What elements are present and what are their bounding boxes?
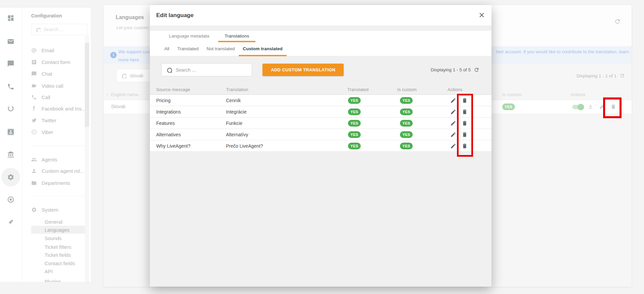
column-translation: Translation [226, 87, 347, 92]
subtab-translated[interactable]: Translated [173, 42, 202, 56]
modal-title: Edit language [156, 12, 193, 19]
source-message: Alternatives [156, 132, 226, 137]
translated-badge: YES [348, 143, 361, 149]
translation-text: Cenník [226, 98, 347, 103]
translated-badge: YES [348, 131, 361, 138]
annotation-box-background-delete [603, 97, 622, 118]
refresh-icon[interactable] [474, 67, 479, 73]
subtab-custom-translated[interactable]: Custom translated [239, 42, 287, 56]
modal-subtab-bar: All Translated Not translated Custom tra… [150, 42, 491, 56]
close-icon [479, 12, 484, 18]
modal-close-button[interactable] [477, 11, 486, 19]
edit-language-modal: Edit language Language metadata Translat… [150, 5, 491, 287]
modal-toolbar: ADD CUSTOM TRANSLATION Displaying 1 - 5 … [161, 63, 479, 76]
modal-body: ADD CUSTOM TRANSLATION Displaying 1 - 5 … [150, 56, 491, 287]
search-icon [166, 67, 172, 73]
table-row[interactable]: Alternatives Alternatívy YES YES [150, 129, 491, 140]
modal-header-divider [150, 25, 491, 31]
translated-badge: YES [348, 97, 361, 104]
tab-language-metadata[interactable]: Language metadata [163, 31, 216, 42]
table-row[interactable]: Integrations Integrácie YES YES [150, 106, 491, 118]
translation-text: Integrácie [226, 109, 347, 115]
modal-tab-bar: Language metadata Translations [150, 31, 491, 42]
column-is-custom: Is custom [397, 87, 448, 92]
translated-badge: YES [348, 120, 361, 127]
translations-table-header: Source message Translation Translated Is… [150, 85, 491, 95]
translation-search-box[interactable] [161, 63, 252, 76]
source-message: Pricing [156, 98, 226, 103]
modal-displaying: Displaying 1 - 5 of 5 [431, 67, 479, 73]
edit-translation-button pencil-icon[interactable] [450, 143, 456, 149]
translation-text: Prečo LiveAgent? [226, 143, 347, 149]
source-message: Features [156, 121, 226, 126]
annotation-box-modal-delete-column [457, 94, 473, 157]
source-message: Why LiveAgent? [156, 143, 226, 149]
is-custom-badge: YES [400, 97, 413, 104]
translation-search-input[interactable] [176, 67, 236, 73]
translation-text: Alternatívy [226, 132, 347, 137]
edit-translation-button pencil-icon[interactable] [450, 109, 456, 115]
is-custom-badge: YES [400, 143, 413, 149]
displaying-text: Displaying 1 - 5 of 5 [431, 67, 471, 72]
add-custom-translation-button[interactable]: ADD CUSTOM TRANSLATION [262, 64, 344, 76]
column-actions: Actions [448, 87, 491, 92]
modal-header: Edit language [150, 5, 491, 25]
table-row[interactable]: Pricing Cenník YES YES [150, 95, 491, 106]
edit-translation-button pencil-icon[interactable] [450, 120, 456, 126]
column-translated: Translated [347, 87, 397, 92]
table-row[interactable]: Why LiveAgent? Prečo LiveAgent? YES YES [150, 140, 491, 152]
is-custom-badge: YES [400, 131, 413, 138]
column-source-message: Source message [156, 87, 226, 92]
subtab-all[interactable]: All [160, 42, 173, 56]
table-row[interactable]: Features Funkcie YES YES [150, 118, 491, 129]
subtab-not-translated[interactable]: Not translated [202, 42, 239, 56]
edit-translation-button pencil-icon[interactable] [450, 97, 456, 103]
is-custom-badge: YES [400, 108, 413, 115]
tab-translations[interactable]: Translations [218, 31, 255, 42]
edit-translation-button pencil-icon[interactable] [450, 132, 456, 138]
translations-table: Pricing Cenník YES YES Integrations Inte… [150, 95, 491, 152]
source-message: Integrations [156, 109, 226, 115]
translation-text: Funkcie [226, 121, 347, 126]
translated-badge: YES [348, 108, 361, 115]
is-custom-badge: YES [400, 120, 413, 127]
